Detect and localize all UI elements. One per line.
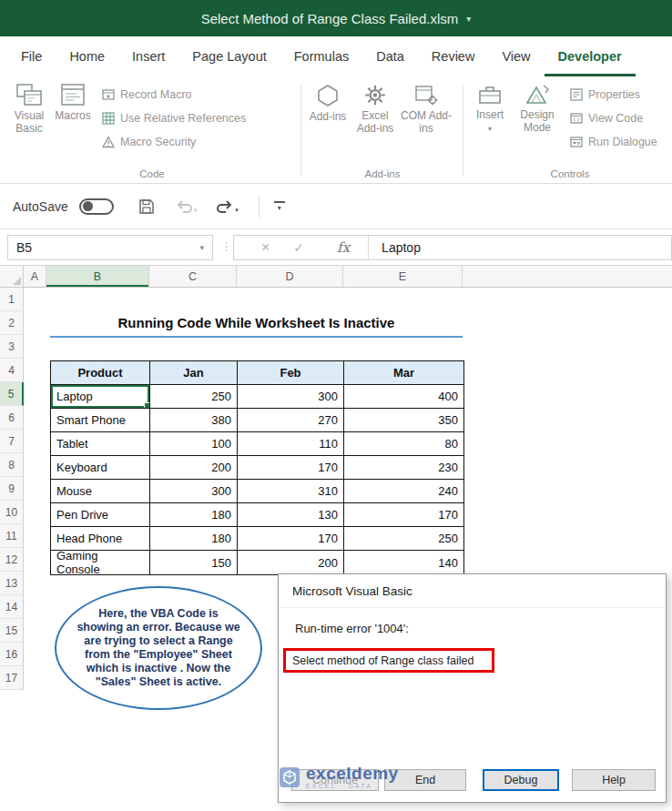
table-cell[interactable]: 100	[150, 432, 238, 456]
row-header-1[interactable]: 1	[0, 288, 24, 311]
row-header-4[interactable]: 4	[0, 359, 24, 382]
table-header-cell[interactable]: Feb	[238, 361, 344, 385]
enter-icon[interactable]: ✓	[293, 240, 304, 255]
tab-formulas[interactable]: Formulas	[280, 36, 362, 76]
row-header-10[interactable]: 10	[0, 501, 24, 524]
tab-page-layout[interactable]: Page Layout	[178, 36, 280, 76]
table-cell[interactable]: 180	[150, 503, 238, 527]
table-cell[interactable]: 140	[344, 551, 463, 574]
tab-developer[interactable]: Developer	[545, 36, 636, 76]
com-add-ins-button[interactable]: COM Add-ins	[401, 76, 452, 135]
table-cell[interactable]: Tablet	[51, 432, 150, 456]
selected-cell-b5[interactable]: Laptop	[51, 385, 150, 409]
table-cell[interactable]: 170	[344, 503, 463, 527]
row-headers: 1 2 3 4 5 6 7 8 9 10 11 12 13 14 15 16 1…	[0, 288, 24, 690]
table-cell[interactable]: 250	[150, 385, 238, 409]
chevron-down-icon[interactable]: ▾	[466, 14, 471, 24]
qat-customize-button[interactable]: ▾	[274, 201, 285, 212]
table-cell[interactable]: 240	[344, 480, 463, 503]
debug-button[interactable]: Debug	[483, 769, 559, 791]
row-header-14[interactable]: 14	[0, 595, 24, 619]
formula-bar[interactable]: × ✓ fx Laptop	[233, 235, 672, 260]
formula-bar-handle[interactable]: ⋮	[220, 239, 232, 253]
table-cell[interactable]: Gaming Console	[51, 551, 150, 574]
table-cell[interactable]: 130	[238, 503, 344, 527]
help-button[interactable]: Help	[572, 769, 656, 791]
cancel-icon[interactable]: ×	[261, 239, 270, 256]
tab-home[interactable]: Home	[56, 36, 118, 76]
design-mode-button[interactable]: Design Mode	[512, 76, 563, 134]
table-cell[interactable]: 270	[238, 409, 344, 432]
table-cell[interactable]: Keyboard	[51, 456, 150, 480]
table-cell[interactable]: 380	[150, 409, 238, 432]
tab-file[interactable]: File	[7, 36, 56, 76]
table-cell[interactable]: 200	[238, 551, 344, 574]
use-relative-references-button[interactable]: Use Relative References	[102, 111, 246, 126]
table-cell[interactable]: 250	[344, 527, 463, 551]
table-cell[interactable]: 170	[238, 456, 344, 480]
undo-button[interactable]: ▾	[176, 199, 198, 214]
column-header-filler	[463, 266, 672, 287]
run-dialogue-button[interactable]: Run Dialogue	[570, 135, 657, 149]
table-cell[interactable]: 170	[238, 527, 344, 551]
table-cell[interactable]: 400	[344, 385, 463, 409]
redo-button[interactable]: ▾	[217, 199, 239, 214]
autosave-toggle[interactable]	[79, 198, 114, 215]
row-header-16[interactable]: 16	[0, 643, 24, 666]
row-header-11[interactable]: 11	[0, 524, 24, 548]
name-box[interactable]: B5 ▾	[7, 235, 213, 260]
add-ins-button[interactable]: Add-ins	[306, 76, 350, 124]
table-header-cell[interactable]: Jan	[150, 361, 238, 385]
chevron-down-icon[interactable]: ▾	[199, 243, 204, 252]
macros-button[interactable]: Macros	[51, 76, 95, 123]
row-header-2[interactable]: 2	[0, 311, 24, 335]
table-cell[interactable]: 350	[344, 409, 463, 432]
column-header-e[interactable]: E	[343, 266, 463, 287]
table-cell[interactable]: 110	[238, 432, 344, 456]
table-cell[interactable]: 310	[238, 480, 344, 503]
table-cell[interactable]: Pen Drive	[51, 503, 150, 527]
row-header-5[interactable]: 5	[0, 382, 24, 406]
table-cell[interactable]: 300	[238, 385, 344, 409]
column-header-b[interactable]: B	[46, 266, 149, 287]
table-cell[interactable]: Smart Phone	[51, 409, 150, 432]
record-macro-button[interactable]: Record Macro	[102, 87, 246, 102]
save-icon[interactable]	[137, 198, 156, 216]
tab-view[interactable]: View	[488, 36, 544, 76]
table-header-cell[interactable]: Mar	[344, 361, 463, 385]
table-cell[interactable]: 230	[344, 456, 463, 480]
table-cell[interactable]: 80	[344, 432, 463, 456]
formula-bar-row: B5 ▾ ⋮ × ✓ fx Laptop	[0, 229, 672, 266]
table-cell[interactable]: 300	[150, 480, 238, 503]
excel-add-ins-button[interactable]: Excel Add-ins	[350, 76, 401, 135]
row-header-15[interactable]: 15	[0, 619, 24, 643]
row-header-8[interactable]: 8	[0, 453, 24, 477]
row-header-17[interactable]: 17	[0, 666, 24, 690]
column-header-a[interactable]: A	[24, 266, 46, 287]
column-header-d[interactable]: D	[237, 266, 343, 287]
table-cell[interactable]: 150	[150, 551, 238, 574]
row-header-6[interactable]: 6	[0, 406, 24, 430]
view-code-button[interactable]: View Code	[570, 111, 657, 126]
table-cell[interactable]: Mouse	[51, 480, 150, 503]
select-all-button[interactable]	[0, 266, 24, 287]
column-header-c[interactable]: C	[149, 266, 237, 287]
row-header-3[interactable]: 3	[0, 335, 24, 359]
properties-button[interactable]: Properties	[570, 87, 657, 102]
insert-function-icon[interactable]: fx	[337, 239, 350, 256]
row-header-7[interactable]: 7	[0, 430, 24, 453]
tab-insert[interactable]: Insert	[118, 36, 178, 76]
row-header-13[interactable]: 13	[0, 572, 24, 595]
insert-control-button[interactable]: Insert ▾	[468, 76, 512, 133]
macro-security-button[interactable]: Macro Security	[102, 135, 246, 149]
visual-basic-button[interactable]: Visual Basic	[7, 76, 51, 135]
table-cell[interactable]: 180	[150, 527, 238, 551]
tab-review[interactable]: Review	[418, 36, 489, 76]
table-cell[interactable]: 200	[150, 456, 238, 480]
table-cell[interactable]: Head Phone	[51, 527, 150, 551]
data-table: Product Jan Feb Mar Laptop 250 300 400 S…	[50, 360, 464, 575]
tab-data[interactable]: Data	[362, 36, 418, 76]
row-header-9[interactable]: 9	[0, 477, 24, 501]
table-header-cell[interactable]: Product	[51, 361, 150, 385]
row-header-12[interactable]: 12	[0, 548, 24, 572]
